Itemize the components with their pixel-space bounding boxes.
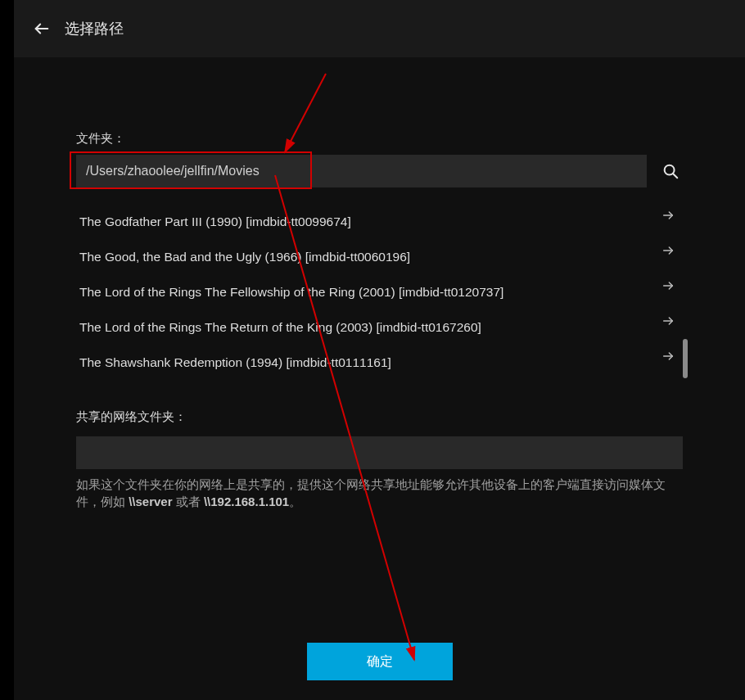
arrow-right-icon [661,244,675,257]
dialog-content: 文件夹： The Godfather Part III (1990) [imdb… [14,57,745,510]
scrollbar-thumb[interactable] [683,339,688,378]
list-item[interactable]: The Lord of the Rings The Return of the … [76,309,683,345]
ok-button[interactable]: 确定 [307,643,453,680]
list-item-label: The Good, the Bad and the Ugly (1966) [i… [79,250,410,264]
dialog-header: 选择路径 [14,0,745,57]
search-button[interactable] [658,159,683,183]
folder-path-wrap [76,155,647,187]
arrow-right-icon [661,279,675,292]
dialog-footer: 确定 [14,635,745,700]
dialog-title: 选择路径 [65,19,124,38]
list-item-label: The Lord of the Rings The Return of the … [79,320,481,335]
list-item[interactable]: The Good, the Bad and the Ugly (1966) [i… [76,239,683,274]
list-item-label: The Lord of the Rings The Fellowship of … [79,285,503,300]
arrow-right-icon [661,314,675,327]
folder-list[interactable]: The Godfather Part III (1990) [imdbid-tt… [76,204,683,380]
search-icon [661,162,680,180]
arrow-left-icon [33,20,51,38]
folder-label: 文件夹： [76,131,683,147]
hint-text-mid: 或者 [173,495,204,508]
network-path-input[interactable] [76,436,683,469]
list-item[interactable]: The Shawshank Redemption (1994) [imdbid-… [76,345,683,380]
network-hint: 如果这个文件夹在你的网络上是共享的，提供这个网络共享地址能够允许其他设备上的客户… [76,476,683,510]
arrow-right-icon [661,350,675,363]
ok-button-label: 确定 [367,653,393,671]
list-item[interactable]: The Godfather Part III (1990) [imdbid-tt… [76,204,683,239]
list-item-label: The Shawshank Redemption (1994) [imdbid-… [79,355,391,370]
network-section: 共享的网络文件夹： 如果这个文件夹在你的网络上是共享的，提供这个网络共享地址能够… [76,409,683,510]
svg-line-2 [673,174,677,178]
hint-text-end: 。 [289,495,301,508]
back-button[interactable] [30,17,53,40]
folder-path-row [76,155,683,187]
hint-example-2: \\192.168.1.101 [204,495,289,508]
network-label: 共享的网络文件夹： [76,409,683,425]
list-item[interactable]: The Lord of the Rings The Fellowship of … [76,274,683,309]
folder-path-input[interactable] [76,155,647,187]
dialog-panel: 选择路径 文件夹： The Godfather Part III (1990) … [14,0,745,700]
arrow-right-icon [661,209,675,222]
list-item-label: The Godfather Part III (1990) [imdbid-tt… [79,215,351,229]
hint-example-1: \\server [129,495,172,508]
